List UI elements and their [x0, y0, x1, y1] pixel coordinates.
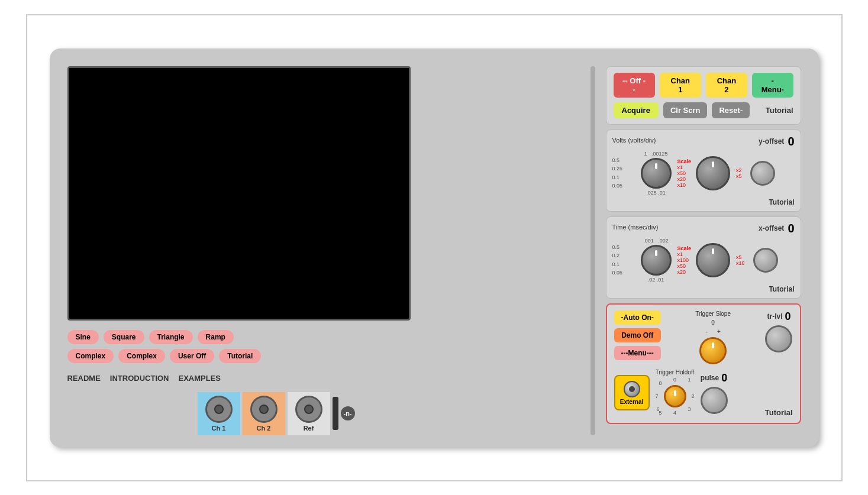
- trlvl-knob[interactable]: [765, 325, 792, 352]
- x-offset-label: x-offset: [759, 224, 784, 232]
- autoon-button[interactable]: -Auto On-: [614, 310, 661, 325]
- volts-main-knob-container: 1 .00125 .025 .01: [641, 151, 672, 196]
- volts-scale-title: Scale: [677, 158, 692, 164]
- trlvl-label: tr-lvl: [767, 312, 782, 321]
- volts-gray-knob[interactable]: [750, 161, 775, 186]
- oscilloscope-screen: [67, 66, 411, 321]
- time-scale-right-col: x5 x10: [736, 254, 745, 266]
- time-tutorial-label: Tutorial: [612, 285, 795, 293]
- complex1-button[interactable]: Complex: [67, 349, 114, 363]
- volts-section: Volts (volts/div) y-offset 0 0.5 0.25 0.…: [606, 130, 801, 212]
- volts-knob-row: 0.5 0.25 0.1 0.05 1 .00125 .025 .01 Scal…: [612, 151, 795, 196]
- ref-connector-inner: [304, 405, 314, 414]
- volts-label-05: 0.5: [612, 156, 636, 164]
- holdoff-num-0: 0: [673, 377, 676, 383]
- top-buttons-section: -- Off -- Chan 1 Chan 2 -Menu- Acquire C…: [606, 66, 801, 125]
- reset-button[interactable]: Reset-: [712, 102, 750, 118]
- trigger-slope-value: 0: [711, 319, 715, 326]
- time-scale-knob-container: [696, 243, 730, 277]
- time-label-005: 0.05: [612, 268, 636, 277]
- ref-connector[interactable]: Ref: [288, 392, 330, 435]
- chan2-button[interactable]: Chan 2: [706, 73, 747, 98]
- volts-scale-col: Scale x1 x50 x20 x10: [677, 158, 692, 188]
- volts-center-labels-top: 1 .00125: [644, 151, 667, 157]
- time-title: Time (msec/div): [612, 224, 659, 231]
- left-panel: Sine Square Triangle Ramp Complex Comple…: [67, 66, 580, 435]
- divider: [591, 66, 595, 435]
- ch2-connector[interactable]: Ch 2: [243, 392, 285, 435]
- ch1-connector-circle: [205, 396, 233, 423]
- ch2-connector-circle: [250, 396, 277, 423]
- volts-center-labels-bot: .025 .01: [646, 190, 666, 196]
- trigger-menu-button[interactable]: ---Menu---: [614, 346, 661, 360]
- waveform-btn-row1: Sine Square Triangle Ramp: [67, 330, 580, 344]
- volts-tutorial-label: Tutorial: [612, 198, 795, 206]
- waveform-controls: Sine Square Triangle Ramp Complex Comple…: [67, 330, 580, 363]
- time-center-labels-top: .001 .002: [643, 238, 669, 244]
- menu-button[interactable]: -Menu-: [752, 73, 793, 98]
- oscilloscope-body: Sine Square Triangle Ramp Complex Comple…: [50, 48, 819, 447]
- holdoff-num-1: 1: [688, 377, 690, 383]
- time-main-knob-container: .001 .002 .02 .01: [641, 238, 672, 283]
- time-main-knob[interactable]: [641, 245, 672, 276]
- time-knob-row: 0.5 0.2 0.1 0.05 .001 .002 .02 .01 Scale…: [612, 238, 795, 283]
- external-connector: [624, 381, 640, 397]
- off-button[interactable]: -- Off --: [614, 73, 655, 98]
- complex2-button[interactable]: Complex: [118, 349, 165, 363]
- triangle-button[interactable]: Triangle: [149, 330, 193, 344]
- trigger-btn-col: -Auto On- Demo Off ---Menu---: [614, 310, 661, 360]
- holdoff-dial: 0 1 2 3 4 5 6 7 8: [654, 376, 696, 417]
- volts-scale-x5: x5: [736, 173, 742, 179]
- holdoff-num-4: 4: [673, 410, 676, 416]
- volts-scale-right-col: x2 x5: [736, 167, 742, 179]
- volts-main-knob[interactable]: [641, 158, 672, 189]
- time-scale-x50: x50: [677, 263, 686, 269]
- time-scale-knob[interactable]: [696, 243, 730, 277]
- square-button[interactable]: Square: [104, 330, 144, 344]
- link-row: README INTRODUCTION EXAMPLES: [67, 374, 221, 383]
- acquire-button[interactable]: Acquire: [614, 102, 659, 118]
- waveform-tutorial-button[interactable]: Tutorial: [219, 349, 261, 363]
- ch1-connector[interactable]: Ch 1: [198, 392, 240, 435]
- holdoff-knob[interactable]: [664, 385, 686, 407]
- sine-button[interactable]: Sine: [67, 330, 99, 344]
- time-scale-x10: x10: [736, 260, 745, 266]
- clrscrn-button[interactable]: Clr Scrn: [663, 102, 708, 118]
- demooff-button[interactable]: Demo Off: [614, 328, 661, 342]
- readme-link[interactable]: README: [67, 374, 101, 383]
- pulse-row: pulse 0: [701, 372, 727, 384]
- trigger-bottom-row: External Trigger Holdoff 0 1 2 3 4 5: [614, 369, 793, 417]
- pulse-knob[interactable]: [701, 387, 728, 414]
- time-scale-col: Scale x1 x100 x50 x20: [677, 245, 692, 275]
- volts-scale-knob-container: [696, 156, 730, 190]
- time-label-01: 0.1: [612, 260, 636, 268]
- volts-label-005: 0.05: [612, 182, 636, 190]
- time-scale-title: Scale: [677, 245, 692, 251]
- trigger-section: -Auto On- Demo Off ---Menu--- Trigger Sl…: [606, 303, 801, 424]
- time-scale-x100: x100: [677, 257, 689, 263]
- useroff-button[interactable]: User Off: [170, 349, 214, 363]
- holdoff-num-8: 8: [659, 380, 662, 386]
- holdoff-num-6: 6: [657, 406, 660, 412]
- volts-scale-knob[interactable]: [696, 156, 730, 190]
- slope-minus: -: [706, 328, 708, 335]
- holdoff-num-2: 2: [691, 393, 694, 399]
- ref-label: Ref: [304, 425, 314, 432]
- external-button[interactable]: External: [614, 375, 650, 410]
- volts-scale-x50: x50: [677, 170, 686, 176]
- ch1-label: Ch 1: [212, 425, 226, 432]
- intro-link[interactable]: INTRODUCTION: [110, 374, 169, 383]
- time-center-labels-bot: .02 .01: [648, 277, 664, 283]
- time-left-labels: 0.5 0.2 0.1 0.05: [612, 243, 636, 277]
- volts-title: Volts (volts/div): [612, 137, 656, 144]
- ramp-button[interactable]: Ramp: [198, 330, 234, 344]
- volts-scale-x2: x2: [736, 167, 742, 173]
- chan1-button[interactable]: Chan 1: [660, 73, 701, 98]
- trigger-slope-knob[interactable]: [699, 337, 727, 364]
- time-gray-knob[interactable]: [753, 248, 778, 273]
- trlvl-value: 0: [785, 310, 790, 323]
- holdoff-num-3: 3: [688, 406, 690, 412]
- pulse-label: pulse: [701, 374, 719, 382]
- examples-link[interactable]: EXAMPLES: [179, 374, 221, 383]
- x-offset-value: 0: [788, 222, 794, 235]
